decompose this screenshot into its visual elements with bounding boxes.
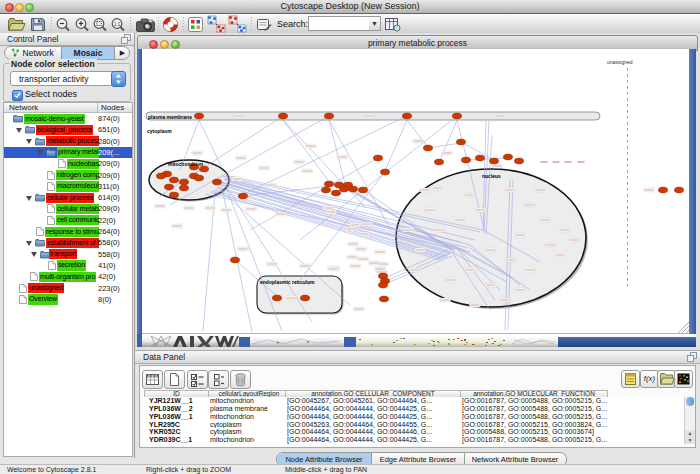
svg-text:1:1: 1:1 bbox=[114, 22, 121, 27]
svg-text:nucleus: nucleus bbox=[482, 173, 501, 179]
svg-text:mitochondrion: mitochondrion bbox=[168, 161, 203, 167]
svg-text:unassigned: unassigned bbox=[607, 59, 633, 65]
svg-text:endoplasmic reticulum: endoplasmic reticulum bbox=[260, 279, 315, 285]
svg-text:cytoplasm: cytoplasm bbox=[147, 128, 172, 134]
svg-text:plasma membrane: plasma membrane bbox=[148, 114, 192, 120]
